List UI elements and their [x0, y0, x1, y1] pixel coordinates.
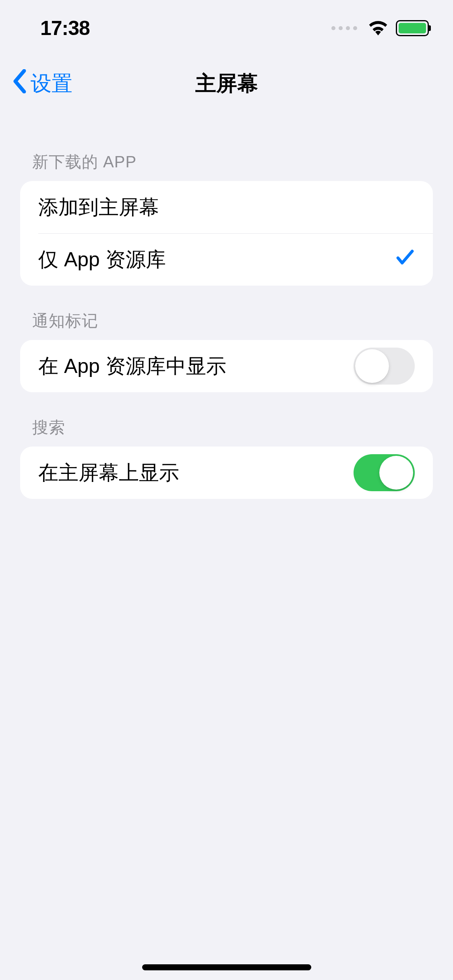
status-bar: 17:38: [0, 0, 453, 56]
row-show-in-app-library: 在 App 资源库中显示: [20, 340, 433, 392]
row-show-on-home-screen: 在主屏幕上显示: [20, 447, 433, 499]
switch-thumb: [379, 456, 413, 490]
group-notification-badges: 在 App 资源库中显示: [20, 340, 433, 392]
option-add-to-home-screen[interactable]: 添加到主屏幕: [20, 181, 433, 233]
status-time: 17:38: [40, 16, 90, 40]
page-title: 主屏幕: [195, 70, 258, 98]
chevron-left-icon: [12, 69, 27, 98]
section-header-search: 搜索: [20, 392, 433, 447]
cellular-signal-icon: [331, 26, 357, 30]
group-search: 在主屏幕上显示: [20, 447, 433, 499]
group-new-downloads: 添加到主屏幕 仅 App 资源库: [20, 181, 433, 286]
status-indicators: [331, 19, 429, 37]
row-label: 在主屏幕上显示: [38, 459, 179, 486]
row-label: 添加到主屏幕: [38, 194, 159, 221]
section-header-notification-badges: 通知标记: [20, 286, 433, 340]
row-label: 仅 App 资源库: [38, 246, 166, 273]
row-label: 在 App 资源库中显示: [38, 353, 226, 380]
wifi-icon: [368, 19, 389, 37]
switch-show-in-app-library[interactable]: [354, 348, 415, 385]
option-app-library-only[interactable]: 仅 App 资源库: [20, 233, 433, 286]
content: 新下载的 APP 添加到主屏幕 仅 App 资源库 通知标记 在 App 资源库…: [0, 111, 453, 499]
back-button[interactable]: 设置: [12, 69, 72, 98]
battery-icon: [396, 20, 429, 36]
checkmark-icon: [395, 247, 415, 272]
section-header-new-downloads: 新下载的 APP: [20, 111, 433, 181]
back-label: 设置: [31, 70, 72, 98]
switch-thumb: [355, 349, 389, 383]
navigation-bar: 设置 主屏幕: [0, 56, 453, 111]
switch-show-on-home-screen[interactable]: [354, 454, 415, 491]
home-indicator[interactable]: [142, 964, 311, 970]
